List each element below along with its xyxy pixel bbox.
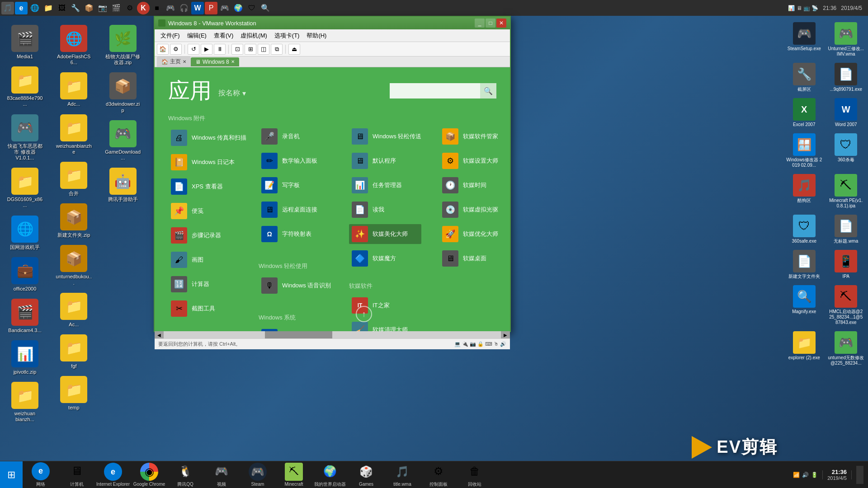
app-ruanmei-mofang[interactable]: 🔷 软媒魔方 (349, 249, 421, 268)
icon-mc-pe[interactable]: ⛏ Minecraft PE(v1.0.8.1).ipa (826, 172, 866, 211)
icon-steam-setup[interactable]: 🎮 SteamSetup.exe (784, 20, 824, 59)
icon-adc[interactable]: 📁 Adc... (53, 70, 94, 109)
icon-office[interactable]: 💼 office2000 (5, 255, 45, 294)
app-moren[interactable]: 🖥 默认程序 (349, 151, 421, 171)
win8-search[interactable]: 🔍 (390, 83, 496, 99)
app-powershell[interactable]: ⬛ Windows PowerShell (259, 327, 331, 331)
menu-file[interactable]: 文件(F) (157, 30, 184, 41)
prog-ppt[interactable]: P (205, 2, 217, 14)
prog-media[interactable]: 🎵 (1, 2, 14, 14)
icon-unturned-noxiu[interactable]: 🎮 unturned无数修改@225_88234... (826, 329, 866, 368)
prog-chrome[interactable]: 🌐 (28, 2, 41, 14)
prog-img[interactable]: 🖼 (56, 2, 68, 14)
taskbar-ie[interactable]: e 网络 (23, 461, 59, 488)
app-renwu[interactable]: 📊 任务管理器 (349, 175, 421, 195)
win8-sort[interactable]: 按名称 ▾ (218, 89, 246, 98)
app-jietu[interactable]: ✂ 截图工具 (168, 299, 241, 319)
icon-xinjian-zip[interactable]: 📦 新建文件夹.zip (53, 201, 94, 240)
prog-zip[interactable]: 📦 (83, 2, 95, 14)
prog-tools[interactable]: 🔧 (69, 2, 82, 14)
toolbar-power[interactable]: ↺ (188, 44, 199, 55)
icon-windows8-mod[interactable]: 🪟 Windows修改器 2019 02.09... (784, 131, 824, 170)
menu-help[interactable]: 帮助(H) (303, 30, 330, 41)
icon-media1[interactable]: 🎬 Media1 (5, 23, 45, 62)
icon-ac[interactable]: 📁 Ac... (53, 291, 94, 330)
show-desktop-btn[interactable] (856, 466, 863, 484)
app-ruanmei-meihua[interactable]: ✨ 软媒美化大师 (349, 224, 421, 244)
icon-magnify[interactable]: 🔍 Magnify.exe (784, 283, 824, 327)
taskbar-internet-explorer[interactable]: e Internet Explorer (95, 461, 131, 488)
taskbar-minecraft[interactable]: ⛏ Minecraft (276, 461, 312, 488)
icon-zhiwu[interactable]: 🌿 植物大战僵尸修改器.zip (103, 23, 143, 68)
menu-vm[interactable]: 虚拟机(M) (237, 30, 271, 41)
icon-dgs[interactable]: 📁 DGS01609_x86... (5, 165, 45, 211)
icon-83cae[interactable]: 📁 83cae8884e790... (5, 64, 45, 109)
app-duwu[interactable]: 📄 读我 (349, 200, 421, 220)
taskbar-games[interactable]: 🎲 Games (348, 461, 384, 488)
icon-excel2007[interactable]: X Excel 2007 (784, 96, 824, 129)
win8-search-btn[interactable]: 🔍 (480, 83, 496, 99)
icon-weizhuan[interactable]: 📁 weizhuan bianzh... (5, 380, 45, 425)
app-rijiben[interactable]: 📔 Windows 日记本 (168, 152, 241, 172)
toolbar-home[interactable]: 🏠 (157, 44, 169, 55)
tab-home-close[interactable]: ✕ (183, 59, 186, 64)
taskbar-steam[interactable]: 🎮 Steam (240, 461, 276, 488)
app-chuanzhen[interactable]: 🖨 Windows 传真和扫描 (168, 128, 241, 148)
icon-unturned[interactable]: 📦 unturnedbukou... (53, 243, 94, 288)
app-rm-shezhi[interactable]: ⚙ 软媒设置大师 (439, 151, 510, 171)
app-yuancheng[interactable]: 🖥 远程桌面连接 (259, 200, 331, 220)
prog-k[interactable]: K (137, 2, 150, 14)
icon-ipa[interactable]: 📱 IPA (826, 248, 866, 281)
prog-media2[interactable]: 🎬 (110, 2, 123, 14)
prog-gear[interactable]: ⚙ (123, 2, 136, 14)
scroll-track[interactable] (164, 331, 501, 338)
prog-game[interactable]: 🎮 (164, 2, 177, 14)
app-xps[interactable]: 📄 XPS 查看器 (168, 177, 241, 197)
toolbar-unity[interactable]: ◫ (258, 44, 269, 55)
app-huatu[interactable]: 🖌 画图 (168, 250, 241, 270)
prog-browser[interactable]: 🌍 (232, 2, 245, 14)
icon-hmcl[interactable]: ⛏ HMCL启动器@225_88234...1@587843.exe (826, 283, 866, 327)
icon-gamedownload[interactable]: 🎮 GameDownload... (103, 118, 143, 163)
icon-file-unknown[interactable]: 📄 ...9q890791.exe (826, 61, 866, 94)
app-xieziban[interactable]: 📝 写字板 (259, 175, 331, 195)
app-rm-zhuomian[interactable]: 🖥 软媒桌面 (439, 249, 510, 268)
icon-unturned-sanxiu[interactable]: 🎮 Unturned三修改...IMV.wma (826, 20, 866, 59)
toolbar-full[interactable]: ⊡ (231, 44, 243, 55)
scroll-right[interactable]: ▶ (501, 331, 510, 338)
icon-360safe[interactable]: 🛡 360safe.exe (784, 213, 824, 246)
icon-word2007[interactable]: W Word 2007 (826, 96, 866, 129)
app-yuyin[interactable]: 🎙 Windows 语音识别 (259, 276, 331, 296)
toolbar-play[interactable]: ▶ (201, 44, 212, 55)
icon-adobe[interactable]: 🌐 AdobeFlashCS6... (53, 23, 94, 68)
icon-wubiaoti[interactable]: 📄 无标题.wma (826, 213, 866, 246)
taskbar-recycle[interactable]: 🗑 回收站 (457, 461, 493, 488)
app-jisuanji[interactable]: 🔢 计算器 (168, 274, 241, 294)
app-rm-shijian[interactable]: 🕐 软媒时间 (439, 175, 510, 195)
app-luyin[interactable]: 🎤 录音机 (259, 127, 331, 146)
icon-kuaidao[interactable]: 🎮 快盗飞车恶恶都市 修改器V1.0.1... (5, 112, 45, 164)
tab-win8-close[interactable]: ✕ (231, 59, 235, 64)
app-rm-xuni[interactable]: 💿 软媒虚拟光驱 (439, 200, 510, 220)
app-bianzhu[interactable]: 📌 便笺 (168, 201, 241, 221)
icon-tengxun-helper[interactable]: 🤖 腾讯手游助手 (103, 165, 143, 205)
icon-music-player[interactable]: 🎵 酷狗区 (784, 172, 824, 211)
taskbar-qq[interactable]: 🐧 腾讯QQ (167, 461, 203, 488)
toolbar-pause[interactable]: ⏸ (214, 44, 226, 55)
toolbar-snap[interactable]: ⧉ (271, 44, 283, 55)
taskbar-computer[interactable]: 🖥 计算机 (59, 461, 95, 488)
app-buzhou[interactable]: 🎬 步骤记录器 (168, 225, 241, 245)
menu-edit[interactable]: 编辑(E) (184, 30, 210, 41)
prog-box[interactable]: ■ (151, 2, 163, 14)
scroll-left[interactable]: ◀ (155, 331, 164, 338)
prog-search[interactable]: 🔍 (259, 2, 272, 14)
icon-temp[interactable]: 📁 temp (53, 374, 94, 413)
vmware-close-btn[interactable]: ✕ (496, 19, 506, 28)
app-shuxue[interactable]: ✏ 数学输入面板 (259, 151, 331, 171)
icon-jiepaquq[interactable]: 🔧 截屏区 (784, 61, 824, 94)
taskbar-start[interactable]: ⊞ (0, 461, 23, 488)
tab-home[interactable]: 🏠 主页 ✕ (157, 56, 191, 67)
app-rm-youhua[interactable]: 🚀 软媒优化大师 (439, 224, 510, 244)
menu-view[interactable]: 查看(V) (210, 30, 237, 41)
icon-guowang[interactable]: 🌐 国网游戏机乎 (5, 213, 45, 253)
